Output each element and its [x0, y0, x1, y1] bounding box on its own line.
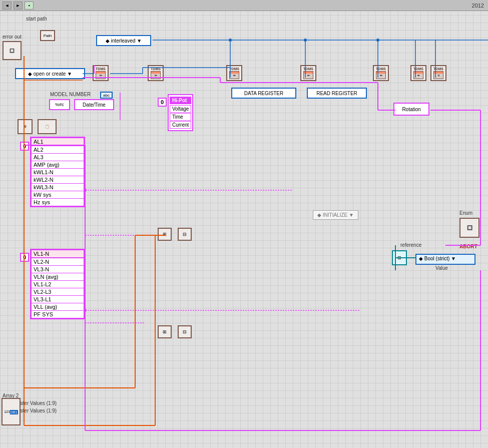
kwl1-n-row: kWL1-N: [32, 169, 84, 176]
interleaved-block[interactable]: ◆ interleaved ▼: [96, 35, 151, 46]
al2-row: AL2: [32, 146, 84, 154]
value-label: Value: [435, 265, 448, 271]
stop-icon[interactable]: ▪: [25, 2, 34, 10]
read-register-block[interactable]: READ REGISTER: [307, 88, 367, 99]
initialize-block[interactable]: ◆ INITIALIZE ▼: [313, 210, 358, 220]
tdms-block-3[interactable]: TDMS ✏: [226, 65, 242, 81]
kwl2-n-row: kWL2-N: [32, 176, 84, 184]
top-bar: ◄ ► ▪ 2012: [0, 0, 488, 11]
time-row: Time: [170, 113, 191, 121]
tdms-block-7[interactable]: TDMS ✕: [430, 65, 446, 81]
rotation-block[interactable]: Rotation: [393, 103, 429, 116]
hi-pot-cluster: Hi-Pot Voltage Time Current: [168, 94, 193, 131]
vl2-n-row: VL2-N: [32, 258, 84, 266]
enum-label: Enum: [459, 210, 472, 216]
tdms-block-4[interactable]: TDMS ✏: [300, 65, 316, 81]
bundle-icon-3[interactable]: ⊞: [158, 325, 172, 338]
bundle-icon-1[interactable]: ⊞: [158, 228, 172, 241]
zero-box-3[interactable]: 0: [20, 253, 29, 262]
tdms-block-1[interactable]: TDMS ✏: [93, 65, 109, 81]
terminal-1[interactable]: ⊞: [18, 119, 33, 134]
abort-label: ABORT: [459, 244, 477, 249]
open-or-create-block[interactable]: ◆ open or create ▼: [15, 68, 85, 79]
start-path-label: start path: [26, 16, 47, 22]
al1-row: AL1: [32, 138, 84, 146]
back-icon[interactable]: ◄: [3, 2, 12, 10]
path-terminal[interactable]: Path: [40, 30, 55, 41]
pf-sys-row: PF SYS: [32, 311, 84, 318]
vl-array-block: VL1-N VL2-N VL3-N VLN (avg) VL1-L2 VL2-L…: [30, 249, 85, 319]
bool-strict-block[interactable]: ◆ Bool (strict) ▼: [415, 254, 475, 265]
al3-row: AL3: [32, 154, 84, 161]
amp-avg-row: AMP (avg): [32, 161, 84, 169]
enum-terminal[interactable]: 🔲: [459, 218, 479, 238]
bottom-terminal[interactable]: 123 DB1: [2, 398, 21, 425]
hi-pot-label: Hi-Pot: [170, 97, 191, 104]
tdms-block-6[interactable]: TDMS ✏: [410, 65, 426, 81]
reference-label: reference: [400, 242, 421, 248]
vl1-l2-row: VL1-L2: [32, 281, 84, 288]
vl3-n-row: VL3-N: [32, 266, 84, 273]
current-row: Current: [170, 121, 191, 129]
error-out-label: error out: [3, 34, 22, 40]
kwl3-n-row: kWL3-N: [32, 184, 84, 191]
tdms-block-5[interactable]: TDMS ✏: [373, 65, 389, 81]
vl2-l3-row: VL2-L3: [32, 288, 84, 296]
kw-sys-row: kW sys: [32, 191, 84, 199]
error-out-terminal[interactable]: 🔲: [3, 41, 22, 60]
abc-indicator: abc: [100, 92, 113, 99]
hz-sys-row: Hz sys: [32, 199, 84, 206]
tdms-block-2[interactable]: TDMS ✏: [148, 65, 164, 81]
nav-icons[interactable]: ◄ ► ▪: [3, 2, 34, 10]
voltage-row: Voltage: [170, 105, 191, 113]
vln-avg-row: VLN (avg): [32, 273, 84, 281]
reference-terminal[interactable]: ⊞: [392, 250, 407, 265]
zero-box-1[interactable]: 0: [158, 98, 167, 107]
date-time-block[interactable]: Date/Time: [74, 99, 114, 110]
model-number-label: MODEL NUMBER: [50, 92, 91, 97]
al-array-block: AL1 AL2 AL3 AMP (avg) kWL1-N kWL2-N kWL3…: [30, 137, 85, 207]
vl1-n-row: VL1-N: [32, 250, 84, 258]
bundle-icon-2[interactable]: ⊟: [178, 228, 192, 241]
vll-avg-row: VLL (avg): [32, 303, 84, 311]
terminal-2[interactable]: 📋: [38, 119, 57, 134]
bundle-icon-4[interactable]: ⊟: [178, 325, 192, 338]
forward-icon[interactable]: ►: [14, 2, 23, 10]
year-label: 2012: [472, 3, 484, 9]
zero-box-2[interactable]: 0: [20, 142, 29, 151]
format-code-block[interactable]: %#c: [49, 99, 70, 110]
vl3-l1-row: VL3-L1: [32, 296, 84, 303]
data-register-block[interactable]: DATA REGISTER: [231, 88, 296, 99]
